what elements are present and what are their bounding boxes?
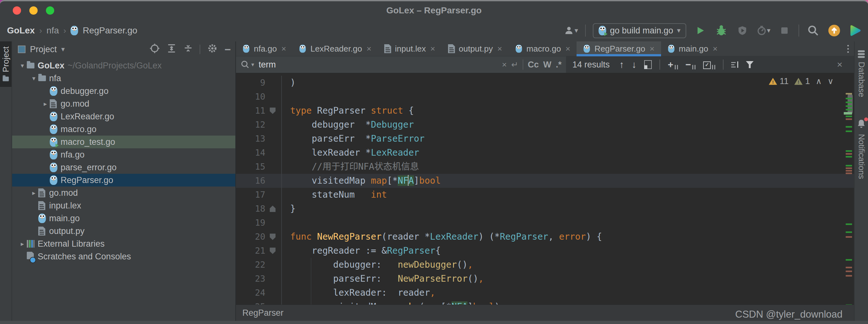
inspections-widget[interactable]: ! 11 ! 1 ∧ ∨ xyxy=(769,76,834,86)
close-find-bar-icon[interactable]: × xyxy=(837,59,847,70)
regex-toggle[interactable]: .* xyxy=(556,60,562,70)
scrollbar[interactable] xyxy=(844,73,854,304)
clear-search-icon[interactable]: × xyxy=(502,60,507,70)
editor[interactable]: 9)1011type RegParser struct {12 debugger… xyxy=(236,73,854,304)
close-tab-icon[interactable]: × xyxy=(366,44,371,54)
stop-button[interactable] xyxy=(777,24,792,38)
search-everywhere-icon[interactable] xyxy=(806,24,820,38)
debug-button[interactable] xyxy=(714,24,728,38)
tab-regparser-go[interactable]: RegParser.go× xyxy=(577,41,661,56)
collapse-all-icon[interactable] xyxy=(183,43,193,56)
tree-item-golex[interactable]: ▾GoLex~/GolandProjects/GoLex xyxy=(12,59,235,72)
add-occurrence-icon[interactable]: + xyxy=(668,59,678,70)
tool-button-notifications[interactable]: Notifications xyxy=(855,114,868,184)
tree-item-nfa-go[interactable]: nfa.go xyxy=(12,148,235,161)
chevron-right-icon[interactable]: ▸ xyxy=(41,100,50,108)
chevron-right-icon[interactable]: ▸ xyxy=(29,189,38,197)
code-line-16[interactable]: 16 visitedMap map[*NFA]bool xyxy=(236,174,854,188)
filter-lines-icon[interactable] xyxy=(731,62,738,68)
tree-item-regparser-go[interactable]: RegParser.go xyxy=(12,174,235,186)
tool-button-database[interactable]: Database xyxy=(855,45,868,102)
scrollbar-thumb[interactable] xyxy=(847,94,853,115)
search-input[interactable]: ▾ term × ↵ Cc W .* xyxy=(236,56,566,73)
tree-item-go-mod[interactable]: ▸go.mod xyxy=(12,97,235,110)
hide-panel-icon[interactable]: − xyxy=(224,43,231,56)
tree-item-debugger-go[interactable]: debugger.go xyxy=(12,85,235,97)
gear-icon[interactable] xyxy=(207,43,218,56)
code-line-19[interactable]: 19 xyxy=(236,216,854,230)
fold-marker[interactable] xyxy=(267,244,282,258)
fold-marker[interactable] xyxy=(267,230,282,244)
code-line-17[interactable]: 17 stateNum int xyxy=(236,188,854,202)
chevron-down-icon[interactable]: ▾ xyxy=(18,62,27,69)
code-line-11[interactable]: 11type RegParser struct { xyxy=(236,104,854,118)
coverage-button[interactable] xyxy=(735,24,749,38)
remove-occurrence-icon[interactable]: − xyxy=(686,59,696,70)
new-line-icon[interactable]: ↵ xyxy=(511,60,518,70)
code-line-12[interactable]: 12 debugger *Debugger xyxy=(236,118,854,132)
tab-output-py[interactable]: output.py× xyxy=(442,41,508,56)
code-line-10[interactable]: 10 xyxy=(236,90,854,104)
close-tab-icon[interactable]: × xyxy=(430,44,435,54)
tab-macro-go[interactable]: macro.go× xyxy=(508,41,577,56)
close-tab-icon[interactable]: × xyxy=(565,44,570,54)
tree-item-macro-go[interactable]: macro.go xyxy=(12,123,235,136)
tree-item-macro-test-go[interactable]: macro_test.go xyxy=(12,136,235,148)
locate-file-icon[interactable] xyxy=(149,43,160,56)
next-problem-icon[interactable]: ∨ xyxy=(828,76,834,86)
breadcrumb-struct[interactable]: RegParser xyxy=(242,308,283,318)
chevron-down-icon[interactable]: ▾ xyxy=(29,74,38,82)
profile-icon[interactable]: ▾ xyxy=(564,24,578,38)
fold-marker[interactable] xyxy=(267,202,282,216)
code-line-9[interactable]: 9) xyxy=(236,76,854,90)
code-line-23[interactable]: 23 parseErr: NewParseError(), xyxy=(236,272,854,286)
close-tab-icon[interactable]: × xyxy=(497,44,502,54)
code-line-22[interactable]: 22 debugger: newDebugger(), xyxy=(236,258,854,272)
code-line-14[interactable]: 14 lexReader *LexReader xyxy=(236,146,854,160)
code-line-20[interactable]: 20func NewRegParser(reader *LexReader) (… xyxy=(236,230,854,244)
expand-all-icon[interactable] xyxy=(166,43,177,56)
close-tab-icon[interactable]: × xyxy=(650,44,654,54)
breadcrumb-file[interactable]: RegParser.go xyxy=(83,26,137,36)
code-line-25[interactable]: 25 visitedMap: make(map[*NFA]bool), xyxy=(236,300,854,304)
tree-item-lexreader-go[interactable]: LexReader.go xyxy=(12,110,235,123)
profiler-button[interactable]: ▾ xyxy=(756,24,770,38)
toolbox-icon[interactable] xyxy=(848,24,862,38)
tree-item-parse-error-go[interactable]: parse_error.go xyxy=(12,161,235,174)
filter-icon[interactable] xyxy=(746,61,753,68)
tree-item-external-libraries[interactable]: ▸External Libraries xyxy=(12,238,235,250)
code-line-18[interactable]: 18} xyxy=(236,202,854,216)
next-occurrence-icon[interactable]: ↓ xyxy=(632,59,637,70)
select-all-occurrences-icon[interactable]: ✓ xyxy=(703,59,715,70)
close-tab-icon[interactable]: × xyxy=(713,44,717,54)
previous-occurrence-icon[interactable]: ↑ xyxy=(619,59,624,70)
tab-main-go[interactable]: main.go× xyxy=(661,41,724,56)
breadcrumb-project[interactable]: GoLex xyxy=(7,26,35,36)
fold-marker[interactable] xyxy=(267,104,282,118)
tree-item-main-go[interactable]: main.go xyxy=(12,212,235,225)
close-tab-icon[interactable]: × xyxy=(281,44,286,54)
run-button[interactable] xyxy=(693,24,707,38)
code-line-24[interactable]: 24 lexReader: reader, xyxy=(236,286,854,300)
whole-words-toggle[interactable]: W xyxy=(544,60,551,70)
tree-item-scratches-and-consoles[interactable]: Scratches and Consoles xyxy=(12,250,235,263)
breadcrumb-folder[interactable]: nfa xyxy=(46,26,59,36)
code-line-15[interactable]: 15 //用于打印NFA状态机信息 xyxy=(236,160,854,174)
match-case-toggle[interactable]: Cc xyxy=(528,60,539,70)
tree-item-nfa[interactable]: ▾nfa xyxy=(12,72,235,85)
tab-lexreader-go[interactable]: LexReader.go× xyxy=(292,41,377,56)
tab-input-lex[interactable]: input.lex× xyxy=(378,41,442,56)
update-icon[interactable] xyxy=(827,24,841,38)
previous-problem-icon[interactable]: ∧ xyxy=(816,76,822,86)
search-history-icon[interactable]: ▾ xyxy=(251,61,254,68)
run-configuration-select[interactable]: go build main.go ▾ xyxy=(593,23,686,38)
code-line-21[interactable]: 21 regReader := &RegParser{ xyxy=(236,244,854,258)
tabs-options[interactable] xyxy=(847,41,854,56)
chevron-right-icon[interactable]: ▸ xyxy=(18,240,27,248)
code-line-13[interactable]: 13 parseErr *ParseError xyxy=(236,132,854,146)
tree-item-output-py[interactable]: output.py xyxy=(12,225,235,238)
more-options-icon[interactable] xyxy=(847,45,849,53)
tab-nfa-go[interactable]: nfa.go× xyxy=(236,41,292,56)
tool-button-project[interactable]: Project xyxy=(0,41,11,87)
chevron-down-icon[interactable]: ▾ xyxy=(61,45,65,53)
